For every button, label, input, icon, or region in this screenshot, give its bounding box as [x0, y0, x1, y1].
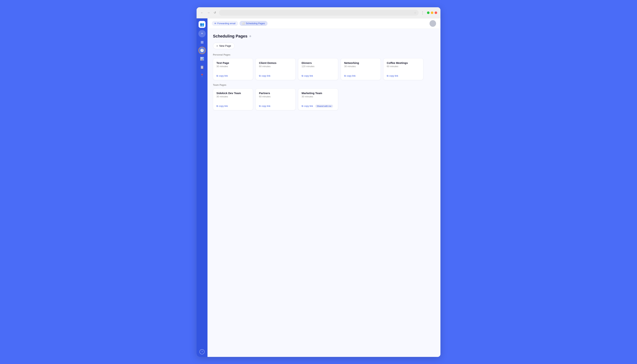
team-page-card[interactable]: Sidekick Dev Team 30 minutes ⧉ copy link — [213, 88, 253, 110]
page-title-row: Scheduling Pages — [213, 34, 435, 38]
copy-link-label: copy link — [389, 74, 398, 77]
help-button[interactable]: ? — [200, 349, 204, 354]
sidebar-logo[interactable]: 👥 — [198, 21, 206, 28]
user-avatar[interactable] — [430, 20, 436, 27]
page-title: Scheduling Pages — [213, 34, 248, 38]
forward-button[interactable]: → — [206, 11, 211, 15]
personal-pages-row: Test Page 30 minutes ⧉ copy link Client … — [213, 58, 435, 80]
copy-link-label: copy link — [219, 74, 228, 77]
copy-link-button[interactable]: ⧉ copy link — [259, 74, 270, 77]
card-name: Sidekick Dev Team — [216, 92, 250, 95]
personal-page-card[interactable]: Client Demos 60 minutes ⧉ copy link — [256, 58, 296, 80]
card-footer: ⧉ copy link — [387, 74, 420, 77]
copy-link-button[interactable]: ⧉ copy link — [344, 74, 356, 77]
card-footer: ⧉ copy link — [259, 105, 292, 108]
card-name: Dinners — [302, 61, 335, 64]
personal-page-card[interactable]: Test Page 30 minutes ⧉ copy link — [213, 58, 253, 80]
shared-badge: Shared with me — [315, 105, 333, 108]
copy-icon: ⧉ — [302, 105, 303, 108]
copy-icon: ⧉ — [259, 105, 260, 108]
sidebar: 👥 + ▦ 🕐 📊 📋 📍 ? — [196, 18, 208, 357]
team-pages-section: Team Pages Sidekick Dev Team 30 minutes … — [213, 84, 435, 110]
top-bar: ✉ Forwarding email ⬜ Scheduling Pages — [208, 18, 440, 29]
star-icon: ☆ — [414, 11, 416, 14]
copy-icon: ⧉ — [302, 74, 303, 77]
add-icon: + — [201, 32, 203, 36]
tab-forwarding-label: Forwarding email — [217, 22, 236, 25]
tab-forwarding-email[interactable]: ✉ Forwarding email — [212, 21, 238, 26]
tab-scheduling-label: Scheduling Pages — [246, 22, 265, 25]
copy-link-label: copy link — [304, 74, 313, 77]
browser-window: ← → ↺ ☆ ⋮ 👥 + ▦ 🕐 — [196, 7, 440, 357]
copy-link-button[interactable]: ⧉ copy link — [216, 105, 228, 108]
card-name: Coffee Meetings — [387, 61, 420, 64]
clock-icon: 🕐 — [200, 48, 204, 52]
sidebar-item-contacts[interactable]: 📋 — [198, 64, 206, 71]
copy-link-label: copy link — [262, 105, 270, 108]
personal-pages-section: Personal Pages Test Page 30 minutes ⧉ co… — [213, 54, 435, 80]
back-button[interactable]: ← — [200, 11, 204, 15]
team-page-card[interactable]: Partners 60 minutes ⧉ copy link — [256, 88, 296, 110]
logo-icon: 👥 — [200, 22, 204, 26]
sidebar-item-location[interactable]: 📍 — [198, 72, 206, 79]
app-layout: 👥 + ▦ 🕐 📊 📋 📍 ? — [196, 18, 440, 357]
copy-link-button[interactable]: ⧉ copy link — [302, 105, 313, 108]
card-duration: 30 minutes — [302, 95, 335, 98]
main-content: ✉ Forwarding email ⬜ Scheduling Pages Sc… — [208, 18, 440, 357]
sidebar-item-scheduling[interactable]: 🕐 — [198, 47, 206, 54]
page-area: Scheduling Pages + New Page Personal Pag… — [208, 29, 440, 357]
card-duration: 30 minutes — [216, 65, 250, 68]
copy-icon: ⧉ — [216, 74, 218, 77]
copy-link-button[interactable]: ⧉ copy link — [259, 105, 270, 108]
card-name: Test Page — [216, 61, 250, 64]
card-footer: ⧉ copy link — [216, 74, 250, 77]
card-duration: 60 minutes — [259, 95, 292, 98]
personal-page-card[interactable]: Networking 30 minutes ⧉ copy link — [341, 58, 381, 80]
copy-link-label: copy link — [219, 105, 228, 108]
location-icon: 📍 — [200, 74, 204, 78]
copy-icon: ⧉ — [216, 105, 218, 108]
copy-link-label: copy link — [347, 74, 356, 77]
traffic-yellow[interactable] — [431, 12, 433, 14]
forwarding-email-icon: ✉ — [214, 22, 216, 25]
sidebar-item-add[interactable]: + — [198, 30, 206, 37]
card-footer: ⧉ copy link — [302, 74, 335, 77]
card-footer: ⧉ copy link — [259, 74, 292, 77]
team-page-card[interactable]: Marketing Team 30 minutes ⧉ copy link Sh… — [298, 88, 338, 110]
personal-page-card[interactable]: Coffee Meetings 60 minutes ⧉ copy link — [383, 58, 423, 80]
sidebar-item-calendar[interactable]: ▦ — [198, 38, 206, 46]
tab-scheduling-pages[interactable]: ⬜ Scheduling Pages — [240, 21, 268, 26]
copy-link-button[interactable]: ⧉ copy link — [302, 74, 313, 77]
copy-link-button[interactable]: ⧉ copy link — [216, 74, 228, 77]
browser-chrome: ← → ↺ ☆ ⋮ — [196, 7, 440, 18]
copy-icon: ⧉ — [259, 74, 260, 77]
address-bar[interactable]: ☆ — [219, 10, 418, 16]
card-duration: 60 minutes — [387, 65, 420, 68]
copy-icon: ⧉ — [344, 74, 346, 77]
sections-wrapper: Personal Pages Test Page 30 minutes ⧉ co… — [213, 54, 435, 110]
personal-section-label: Personal Pages — [213, 54, 435, 56]
sidebar-item-analytics[interactable]: 📊 — [198, 55, 206, 62]
card-duration: 30 minutes — [344, 65, 377, 68]
reload-button[interactable]: ↺ — [213, 10, 217, 15]
copy-link-button[interactable]: ⧉ copy link — [387, 74, 398, 77]
team-pages-row: Sidekick Dev Team 30 minutes ⧉ copy link… — [213, 88, 435, 110]
traffic-green[interactable] — [427, 12, 430, 14]
plus-icon: + — [216, 44, 218, 47]
card-name: Client Demos — [259, 61, 292, 64]
browser-menu-icon[interactable]: ⋮ — [421, 10, 425, 15]
card-duration: 30 minutes — [216, 95, 250, 98]
card-name: Marketing Team — [302, 92, 335, 95]
chart-icon: 📊 — [200, 57, 204, 61]
team-section-label: Team Pages — [213, 84, 435, 86]
card-duration: 120 minutes — [302, 65, 335, 68]
page-title-dot — [249, 35, 251, 37]
traffic-red[interactable] — [434, 12, 437, 14]
personal-page-card[interactable]: Dinners 120 minutes ⧉ copy link — [298, 58, 338, 80]
card-footer: ⧉ copy link — [216, 105, 250, 108]
traffic-lights — [427, 12, 437, 14]
copy-link-label: copy link — [304, 105, 313, 108]
new-page-button[interactable]: + New Page — [213, 42, 234, 49]
card-name: Partners — [259, 92, 292, 95]
copy-link-label: copy link — [262, 74, 270, 77]
